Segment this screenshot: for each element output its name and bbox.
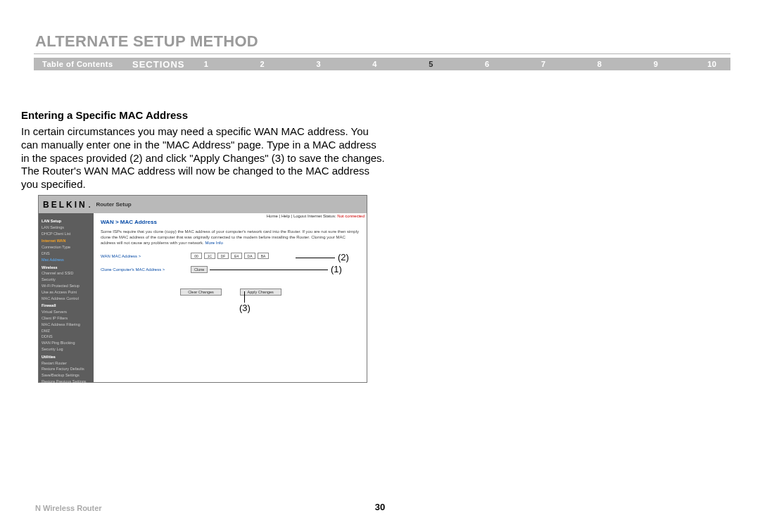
section-link-3[interactable]: 3 [312,60,326,68]
sidebar-item[interactable]: DNS [42,251,91,257]
sidebar: LAN SetupLAN SettingsDHCP Client ListInt… [39,213,94,382]
shot-header: BELKIN. Router Setup [39,196,367,213]
sidebar-head: Wireless [42,265,91,271]
section-nav: Table of Contents SECTIONS 12345678910 [34,58,730,70]
sections-label: SECTIONS [132,59,199,70]
divider [34,53,730,54]
sidebar-item[interactable]: Mac Address [42,257,91,263]
sidebar-item[interactable]: Wi-Fi Protected Setup [42,283,91,289]
mac-inputs: 001CDFE4DABA [191,253,269,259]
sidebar-item[interactable]: Save/Backup Settings [42,372,91,379]
section-link-9[interactable]: 9 [649,60,663,68]
section-link-6[interactable]: 6 [480,60,494,68]
section-link-7[interactable]: 7 [536,60,550,68]
mac-input[interactable]: DA [244,253,255,259]
sidebar-item[interactable]: Client IP Filters [42,315,91,322]
action-row: Clear Changes Apply Changes [101,290,361,294]
section-body: In certain circumstances you may need a … [21,125,387,191]
clear-button[interactable]: Clear Changes [180,289,222,296]
mac-input[interactable]: 1C [204,253,215,259]
wan-mac-label: WAN MAC Address > [101,254,191,258]
callout-3: (3) [239,303,251,313]
brand-sub: Router Setup [90,201,131,208]
mac-input[interactable]: E4 [231,253,242,259]
sidebar-item[interactable]: DHCP Client List [42,231,91,237]
sidebar-item[interactable]: MAC Address Filtering [42,322,91,328]
sidebar-item[interactable]: Restore Previous Settings [42,379,91,385]
wan-mac-row: WAN MAC Address > 001CDFE4DABA [101,253,361,259]
section-numbers: 12345678910 [199,60,730,68]
sidebar-item[interactable]: WAN Ping Blocking [42,340,91,346]
sidebar-item[interactable]: Channel and SSID [42,270,91,277]
toc-link[interactable]: Table of Contents [34,60,132,68]
sidebar-item[interactable]: Connection Type [42,244,91,251]
callout-1: (1) [331,264,342,274]
sidebar-item[interactable]: Restart Router [42,360,91,367]
callout-2: (2) [338,252,349,262]
sidebar-item[interactable]: Restore Factory Defaults [42,366,91,372]
main-panel: WAN > MAC Address Some ISPs require that… [94,213,367,382]
breadcrumb: WAN > MAC Address [101,219,361,225]
mac-input[interactable]: 00 [191,253,202,259]
page-number: 30 [0,502,760,512]
sidebar-item[interactable]: DMZ [42,328,91,334]
section-link-4[interactable]: 4 [368,60,382,68]
brand-logo: BELKIN. [43,200,90,210]
callout-line-2 [296,258,335,258]
section-link-2[interactable]: 2 [255,60,270,68]
sidebar-item[interactable]: Virtual Servers [42,309,91,315]
sidebar-item[interactable]: DDNS [42,334,91,340]
router-screenshot: BELKIN. Router Setup Home | Help | Logou… [38,195,367,383]
section-link-10[interactable]: 10 [705,60,719,68]
section-subheading: Entering a Specific MAC Address [21,109,188,121]
mac-input[interactable]: DF [217,253,229,259]
sidebar-item[interactable]: Security Log [42,346,91,353]
sidebar-item[interactable]: MAC Address Control [42,296,91,302]
mac-input[interactable]: BA [258,253,269,259]
sidebar-item[interactable]: LAN Settings [42,224,91,231]
sidebar-head: Internet WAN [42,238,91,244]
sidebar-head: Utilities [42,354,91,360]
apply-button[interactable]: Apply Changes [240,289,281,296]
section-link-5[interactable]: 5 [424,60,438,68]
sidebar-item[interactable]: Security [42,277,91,283]
sidebar-item[interactable]: Use as Access Point [42,289,91,296]
sidebar-head: LAN Setup [42,218,91,224]
sidebar-head: Firewall [42,303,91,309]
callout-vline-3 [244,291,245,303]
page-title: ALTERNATE SETUP METHOD [35,32,258,51]
section-link-8[interactable]: 8 [593,60,607,68]
section-link-1[interactable]: 1 [199,60,213,68]
clone-label: Clone Computer's MAC Address > [101,267,191,272]
clone-button[interactable]: Clone [191,266,208,273]
callout-line-1 [210,270,328,270]
description: Some ISPs require that you clone (copy) … [101,229,361,246]
